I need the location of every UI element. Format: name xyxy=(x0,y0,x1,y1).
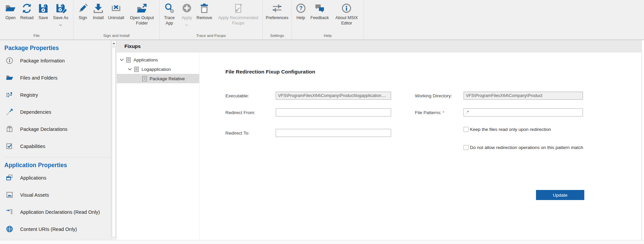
apply-button[interactable]: Apply xyxy=(179,2,195,28)
document-icon xyxy=(126,57,131,63)
sidebar-item-label: Applications xyxy=(20,175,46,181)
bottom-status-strip xyxy=(0,240,644,244)
apply-plus-icon xyxy=(181,3,193,14)
help-question-icon: ? xyxy=(295,3,307,14)
reload-button[interactable]: Reload xyxy=(18,2,36,21)
keep-read-only-checkbox[interactable] xyxy=(464,127,469,132)
button-label: Feedback xyxy=(311,15,329,21)
help-button[interactable]: ? Help xyxy=(293,2,309,21)
button-label: Trace App xyxy=(162,15,177,26)
dependency-arrow-icon xyxy=(6,108,13,116)
document-icon xyxy=(134,66,139,72)
sidebar-item-capabilities[interactable]: Capabilities xyxy=(0,138,111,155)
button-label: Sign xyxy=(79,15,87,21)
sign-button[interactable]: Sign xyxy=(75,2,91,21)
tree-node-label: Logapplication xyxy=(142,67,171,72)
svg-text:?: ? xyxy=(299,5,303,11)
scrollbar-thumb[interactable] xyxy=(112,47,116,237)
remove-button[interactable]: Remove xyxy=(195,2,214,21)
working-directory-label: Working Directory: xyxy=(415,93,452,98)
apply-recommended-fixups-button[interactable]: Apply Recommended Fixups xyxy=(214,2,262,27)
checked-box-icon xyxy=(6,142,13,150)
keep-read-only-checkbox-row[interactable]: Keep the files read only upon redirectio… xyxy=(464,127,551,132)
sidebar-scrollbar[interactable] xyxy=(111,40,117,240)
triangle-up-icon xyxy=(112,42,115,44)
about-info-icon xyxy=(341,3,352,14)
remove-trash-icon xyxy=(199,3,210,14)
sidebar-item-label: Package Information xyxy=(20,58,65,63)
sidebar-item-applications[interactable]: Applications xyxy=(0,169,111,186)
executable-label: Executable: xyxy=(225,93,249,98)
sidebar-item-registry[interactable]: Registry xyxy=(0,86,111,103)
sidebar-item-package-information[interactable]: Package Information xyxy=(0,52,111,69)
button-label: Apply xyxy=(181,15,192,21)
fixups-panel-header: Fixups xyxy=(117,40,642,52)
uninstall-button[interactable]: Uninstall xyxy=(106,2,126,21)
update-button[interactable]: Update xyxy=(536,190,584,200)
sidebar-item-content-uris[interactable]: Content URIs (Read Only) xyxy=(0,221,111,238)
redirect-to-label: Redirect To: xyxy=(225,131,250,136)
scrollbar-up-button[interactable] xyxy=(111,41,116,46)
ribbon-group-sign-and-install: Sign Install Uninstall Open Output Folde… xyxy=(73,0,159,39)
disallow-redirection-checkbox[interactable] xyxy=(464,145,469,150)
sidebar-item-label: Application Declarations (Read Only) xyxy=(20,209,100,215)
sidebar-item-application-declarations[interactable]: Application Declarations (Read Only) xyxy=(0,203,111,221)
registry-blocks-icon xyxy=(6,91,13,99)
trace-app-magnifier-icon xyxy=(164,3,175,14)
form-title: File Redirection Fixup Configuration xyxy=(225,69,315,75)
sidebar-item-label: Capabilities xyxy=(20,144,45,149)
save-as-button[interactable]: Save As xyxy=(51,2,70,28)
ribbon-group-file: Open Reload Save Save As xyxy=(0,0,73,39)
trace-app-button[interactable]: Trace App xyxy=(160,2,179,27)
open-button[interactable]: Open xyxy=(3,2,18,21)
save-button[interactable]: Save xyxy=(36,2,51,21)
image-icon xyxy=(6,191,13,199)
button-label: Preferences xyxy=(266,15,288,21)
open-icon xyxy=(5,3,16,14)
gift-box-icon xyxy=(6,125,13,133)
dropdown-chevron-icon xyxy=(59,21,62,28)
sidebar-item-dependencies[interactable]: Dependencies xyxy=(0,103,111,120)
file-patterns-input[interactable] xyxy=(464,108,583,116)
ribbon-group-settings: Preferences Settings xyxy=(263,0,291,39)
sidebar-item-package-declarations[interactable]: Package Declarations xyxy=(0,120,111,138)
open-output-folder-icon xyxy=(136,3,148,14)
button-label: Help xyxy=(297,15,305,21)
open-output-folder-button[interactable]: Open Output Folder xyxy=(126,2,158,27)
save-as-icon xyxy=(55,3,66,14)
recommended-fixups-icon xyxy=(232,3,244,14)
chevron-down-icon[interactable] xyxy=(128,68,132,70)
info-circle-icon xyxy=(6,57,13,64)
sidebar-item-visual-assets[interactable]: Visual Assets xyxy=(0,186,111,203)
feedback-button[interactable]: Feedback xyxy=(309,2,331,21)
checkbox-label: Do not allow redirection operations on t… xyxy=(470,145,583,150)
tree-node-label: Applications xyxy=(133,57,158,62)
sidebar-item-label: Registry xyxy=(20,92,38,98)
globe-icon xyxy=(6,225,13,233)
sign-pencil-icon xyxy=(77,3,89,14)
button-label: Apply Recommended Fixups xyxy=(216,15,260,26)
redirect-from-label: Redirect From: xyxy=(225,110,255,115)
sidebar-item-files-and-folders[interactable]: Files and Folders xyxy=(0,69,111,86)
working-directory-input[interactable] xyxy=(464,92,583,100)
file-patterns-label: File Patterns:* xyxy=(415,110,444,115)
about-msix-editor-button[interactable]: About MSIX Editor xyxy=(331,2,362,27)
disallow-redirection-checkbox-row[interactable]: Do not allow redirection operations on t… xyxy=(464,145,583,150)
tree-node-applications[interactable]: Applications xyxy=(117,55,199,64)
tree-node-package-relative[interactable]: Package Relative xyxy=(117,74,199,83)
redirect-to-input[interactable] xyxy=(276,129,391,137)
install-button[interactable]: Install xyxy=(91,2,106,21)
executable-input[interactable] xyxy=(276,92,391,100)
dropdown-chevron-icon xyxy=(185,21,188,28)
preferences-sliders-icon xyxy=(271,3,283,14)
button-label: Reload xyxy=(20,15,34,21)
checkbox-label: Keep the files read only upon redirectio… xyxy=(470,127,551,132)
redirect-from-input[interactable] xyxy=(276,108,391,116)
required-marker: * xyxy=(443,110,444,115)
save-icon xyxy=(38,3,49,14)
chevron-down-icon[interactable] xyxy=(120,58,124,61)
ribbon-group-trace-and-fixups: Trace App Apply Remove xyxy=(160,0,262,39)
sidebar-item-label: Visual Assets xyxy=(20,192,49,198)
tree-node-logapplication[interactable]: Logapplication xyxy=(117,64,199,74)
preferences-button[interactable]: Preferences xyxy=(264,2,290,21)
